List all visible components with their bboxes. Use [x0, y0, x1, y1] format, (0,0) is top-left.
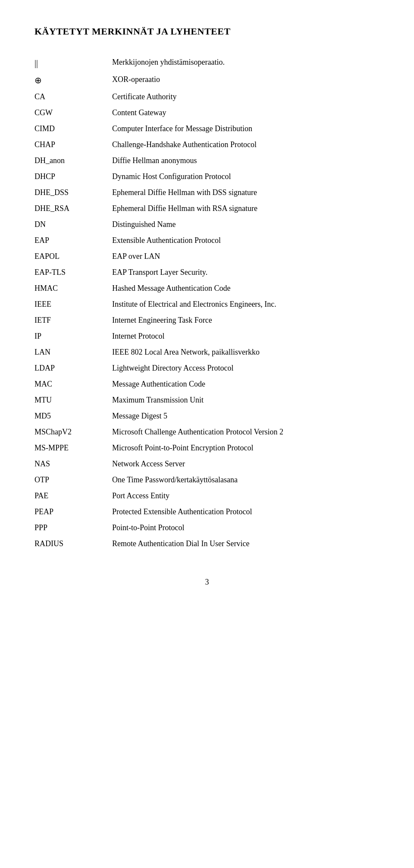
abbreviation-definition: Microsoft Point-to-Point Encryption Prot… — [112, 440, 380, 456]
abbreviation-definition: Remote Authentication Dial In User Servi… — [112, 536, 380, 552]
abbreviation-label: || — [34, 54, 112, 72]
abbreviation-label: RADIUS — [34, 536, 112, 552]
abbreviation-definition: Network Access Server — [112, 456, 380, 472]
abbreviation-definition: Diffie Hellman anonymous — [112, 153, 380, 169]
abbreviation-definition: Challenge-Handshake Authentication Proto… — [112, 137, 380, 153]
list-item: HMACHashed Message Authentication Code — [34, 280, 380, 296]
abbreviation-label: IETF — [34, 312, 112, 328]
abbreviation-label: MS-MPPE — [34, 440, 112, 456]
abbreviation-definition: Ephemeral Diffie Hellman with RSA signat… — [112, 201, 380, 217]
abbreviation-definition: Computer Interface for Message Distribut… — [112, 121, 380, 137]
list-item: OTPOne Time Password/kertakäyttösalasana — [34, 472, 380, 488]
abbreviation-definition: Content Gateway — [112, 105, 380, 121]
abbreviation-definition: Merkkijonojen yhdistämisoperaatio. — [112, 54, 380, 72]
list-item: MS-MPPEMicrosoft Point-to-Point Encrypti… — [34, 440, 380, 456]
list-item: CIMDComputer Interface for Message Distr… — [34, 121, 380, 137]
abbreviation-definition: XOR-operaatio — [112, 72, 380, 89]
abbreviation-label: DHCP — [34, 169, 112, 185]
abbreviation-definition: Lightweight Directory Access Protocol — [112, 360, 380, 376]
list-item: IEEEInstitute of Electrical and Electron… — [34, 296, 380, 312]
abbreviation-definition: Ephemeral Diffie Hellman with DSS signat… — [112, 185, 380, 201]
abbreviation-definition: EAP Transport Layer Security. — [112, 264, 380, 280]
abbreviation-label: EAP — [34, 233, 112, 248]
abbreviation-definition: Dynamic Host Configuration Protocol — [112, 169, 380, 185]
list-item: ||Merkkijonojen yhdistämisoperaatio. — [34, 54, 380, 72]
abbreviation-definition: EAP over LAN — [112, 248, 380, 264]
abbreviation-label: DN — [34, 217, 112, 233]
abbreviation-definition: Protected Extensible Authentication Prot… — [112, 504, 380, 520]
abbreviation-definition: Message Digest 5 — [112, 408, 380, 424]
abbreviation-definition: Port Access Entity — [112, 488, 380, 504]
abbreviation-label: ⊕ — [34, 72, 112, 89]
abbreviation-definition: Maximum Transmission Unit — [112, 392, 380, 408]
abbreviation-label: EAPOL — [34, 248, 112, 264]
abbreviation-definition: Internet Protocol — [112, 328, 380, 344]
abbreviation-definition: Institute of Electrical and Electronics … — [112, 296, 380, 312]
abbreviation-label: DH_anon — [34, 153, 112, 169]
abbreviation-definition: Extensible Authentication Protocol — [112, 233, 380, 248]
abbreviation-definition: One Time Password/kertakäyttösalasana — [112, 472, 380, 488]
abbreviation-definition: IEEE 802 Local Area Network, paikallisve… — [112, 344, 380, 360]
abbreviation-label: CIMD — [34, 121, 112, 137]
abbreviation-label: MTU — [34, 392, 112, 408]
list-item: PPPPoint-to-Point Protocol — [34, 520, 380, 536]
list-item: IPInternet Protocol — [34, 328, 380, 344]
abbreviation-label: DHE_RSA — [34, 201, 112, 217]
abbreviation-definition: Microsoft Challenge Authentication Proto… — [112, 424, 380, 440]
list-item: RADIUSRemote Authentication Dial In User… — [34, 536, 380, 552]
abbreviation-label: CGW — [34, 105, 112, 121]
list-item: DHE_RSAEphemeral Diffie Hellman with RSA… — [34, 201, 380, 217]
list-item: NASNetwork Access Server — [34, 456, 380, 472]
abbreviation-label: EAP-TLS — [34, 264, 112, 280]
list-item: IETFInternet Engineering Task Force — [34, 312, 380, 328]
list-item: MACMessage Authentication Code — [34, 376, 380, 392]
abbreviation-definition: Hashed Message Authentication Code — [112, 280, 380, 296]
page-number: 3 — [34, 578, 380, 587]
abbreviation-label: IEEE — [34, 296, 112, 312]
list-item: DNDistinguished Name — [34, 217, 380, 233]
list-item: CHAPChallenge-Handshake Authentication P… — [34, 137, 380, 153]
list-item: LANIEEE 802 Local Area Network, paikalli… — [34, 344, 380, 360]
abbreviation-label: NAS — [34, 456, 112, 472]
abbreviation-label: PPP — [34, 520, 112, 536]
list-item: LDAPLightweight Directory Access Protoco… — [34, 360, 380, 376]
list-item: CACertificate Authority — [34, 89, 380, 105]
list-item: EAP-TLSEAP Transport Layer Security. — [34, 264, 380, 280]
list-item: DHE_DSSEphemeral Diffie Hellman with DSS… — [34, 185, 380, 201]
abbreviation-label: PAE — [34, 488, 112, 504]
list-item: EAPOLEAP over LAN — [34, 248, 380, 264]
list-item: MTUMaximum Transmission Unit — [34, 392, 380, 408]
list-item: MSChapV2Microsoft Challenge Authenticati… — [34, 424, 380, 440]
page-title: KÄYTETYT MERKINNÄT JA LYHENTEET — [34, 26, 380, 37]
abbreviation-label: DHE_DSS — [34, 185, 112, 201]
abbreviation-label: IP — [34, 328, 112, 344]
list-item: ⊕XOR-operaatio — [34, 72, 380, 89]
abbreviation-definition: Distinguished Name — [112, 217, 380, 233]
abbreviation-label: HMAC — [34, 280, 112, 296]
abbreviation-label: LDAP — [34, 360, 112, 376]
abbreviation-label: OTP — [34, 472, 112, 488]
abbreviation-definition: Message Authentication Code — [112, 376, 380, 392]
abbreviation-label: PEAP — [34, 504, 112, 520]
list-item: DHCPDynamic Host Configuration Protocol — [34, 169, 380, 185]
list-item: MD5Message Digest 5 — [34, 408, 380, 424]
abbreviation-label: MD5 — [34, 408, 112, 424]
list-item: PAEPort Access Entity — [34, 488, 380, 504]
abbreviation-label: CA — [34, 89, 112, 105]
list-item: CGWContent Gateway — [34, 105, 380, 121]
list-item: EAPExtensible Authentication Protocol — [34, 233, 380, 248]
abbreviation-label: MSChapV2 — [34, 424, 112, 440]
abbreviations-table: ||Merkkijonojen yhdistämisoperaatio.⊕XOR… — [34, 54, 380, 552]
abbreviation-label: LAN — [34, 344, 112, 360]
abbreviation-definition: Internet Engineering Task Force — [112, 312, 380, 328]
abbreviation-definition: Point-to-Point Protocol — [112, 520, 380, 536]
abbreviation-label: CHAP — [34, 137, 112, 153]
abbreviation-label: MAC — [34, 376, 112, 392]
abbreviation-definition: Certificate Authority — [112, 89, 380, 105]
list-item: DH_anonDiffie Hellman anonymous — [34, 153, 380, 169]
list-item: PEAPProtected Extensible Authentication … — [34, 504, 380, 520]
